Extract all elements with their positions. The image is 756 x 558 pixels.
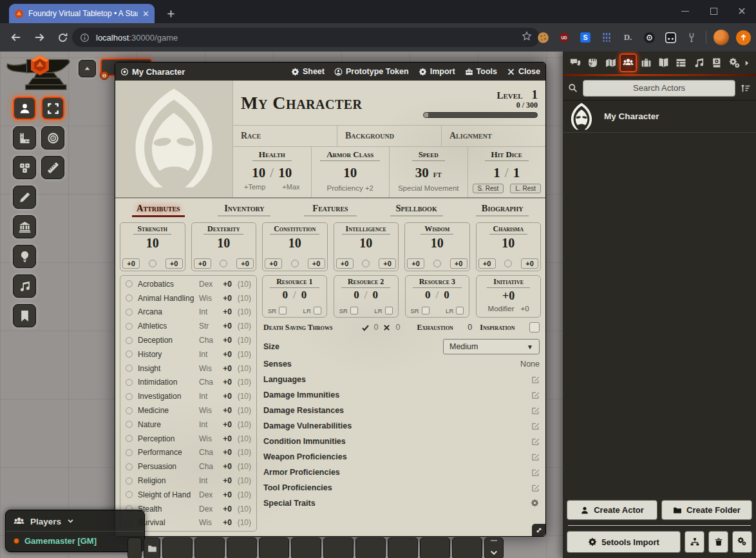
settings-button[interactable] <box>732 531 752 553</box>
new-tab-button[interactable] <box>162 5 179 22</box>
edit-icon[interactable] <box>531 484 540 492</box>
skill-prof-radio[interactable] <box>126 379 133 386</box>
tab-attributes[interactable]: Attributes <box>115 203 202 218</box>
edit-icon[interactable] <box>531 391 540 399</box>
field-alignment[interactable]: Alignment <box>441 126 545 146</box>
skill-acrobatics[interactable]: AcrobaticsDex+0(10) <box>120 277 256 291</box>
skill-insight[interactable]: InsightWis+0(10) <box>120 361 256 376</box>
tab-spellbook[interactable]: Spellbook <box>373 203 460 218</box>
skill-investigation[interactable]: InvestigationInt+0(10) <box>120 389 256 403</box>
browser-update-icon[interactable] <box>736 30 751 45</box>
proficiency-radio[interactable] <box>433 260 441 267</box>
close-button[interactable]: Close <box>507 67 540 76</box>
skill-prof-radio[interactable] <box>126 477 133 485</box>
resource-1[interactable]: Resource 10/0SRLR <box>262 275 327 318</box>
lr-checkbox[interactable] <box>456 307 464 314</box>
proficiency-radio[interactable] <box>362 260 370 267</box>
sidebar-tab-playlists[interactable] <box>690 53 708 72</box>
scene-control-sounds[interactable] <box>13 274 36 298</box>
sidebar-tab-journal[interactable] <box>655 53 672 72</box>
resource-max[interactable]: 0 <box>372 289 378 302</box>
window-header[interactable]: My Character SheetPrototype TokenImportT… <box>115 63 545 81</box>
ability-score[interactable]: 10 <box>502 236 515 251</box>
ability-mod[interactable]: +0 <box>165 258 183 269</box>
resource-max[interactable]: 0 <box>444 289 449 302</box>
sidebar-tab-compendium[interactable] <box>708 53 725 72</box>
macro-slot-5[interactable] <box>291 537 321 558</box>
url-bar[interactable]: localhost:30000/game <box>72 28 540 47</box>
macro-slot-7[interactable] <box>355 537 386 558</box>
skill-medicine[interactable]: MedicineWis+0(10) <box>120 403 256 418</box>
prototype-token-button[interactable]: Prototype Token <box>334 67 409 76</box>
character-portrait[interactable] <box>115 81 233 197</box>
ability-score[interactable]: 10 <box>431 236 444 251</box>
hotbar-page-control[interactable] <box>484 537 504 558</box>
skill-intimidation[interactable]: IntimidationCha+0(10) <box>120 376 256 390</box>
ability-charisma[interactable]: Charisma10+0+0 <box>476 222 542 271</box>
ability-score[interactable]: 10 <box>359 236 372 251</box>
lr-checkbox[interactable] <box>385 307 393 314</box>
skill-history[interactable]: HistoryInt+0(10) <box>120 347 256 361</box>
edit-icon[interactable] <box>531 438 540 446</box>
death-failure-icon[interactable] <box>383 323 391 332</box>
sr-checkbox[interactable] <box>350 307 358 314</box>
initiative-box[interactable]: Initiative+0Modifier+0 <box>476 275 541 318</box>
skill-animal-handling[interactable]: Animal HandlingWis+0(10) <box>120 291 256 305</box>
saving-throw-mod[interactable]: +0 <box>407 258 424 269</box>
ability-strength[interactable]: Strength10+0+0 <box>120 222 185 271</box>
short-rest-button[interactable]: S. Rest <box>473 184 504 193</box>
character-sheet-window[interactable]: My Character SheetPrototype TokenImportT… <box>115 62 546 537</box>
field-race[interactable]: Race <box>233 126 337 146</box>
skill-prof-radio[interactable] <box>126 337 133 344</box>
inspiration-checkbox[interactable] <box>529 322 540 332</box>
scene-control-tiles[interactable] <box>13 156 36 179</box>
saving-throw-mod[interactable]: +0 <box>336 258 354 269</box>
players-header[interactable]: Players <box>6 514 144 532</box>
skill-persuasion[interactable]: PersuasionCha+0(10) <box>120 459 256 474</box>
edit-icon[interactable] <box>531 468 540 477</box>
macro-slot-2[interactable] <box>194 537 225 558</box>
saving-throw-mod[interactable]: +0 <box>478 258 496 269</box>
macro-slot-6[interactable] <box>323 537 354 558</box>
sidebar-tab-items[interactable] <box>638 53 655 72</box>
maximize-icon[interactable] <box>699 0 728 22</box>
macro-slot-9[interactable] <box>420 537 450 558</box>
skill-prof-radio[interactable] <box>126 351 133 358</box>
extension-darkbox-icon[interactable] <box>663 30 677 44</box>
edit-icon[interactable] <box>531 376 540 384</box>
scene-tool-target[interactable] <box>41 126 64 149</box>
saving-throw-mod[interactable]: +0 <box>265 258 282 269</box>
proficiency-radio[interactable] <box>149 260 156 267</box>
folder-tree-button[interactable] <box>685 531 704 553</box>
ability-mod[interactable]: +0 <box>450 258 468 269</box>
long-rest-button[interactable]: L. Rest <box>510 184 541 193</box>
ability-mod[interactable]: +0 <box>521 258 538 269</box>
character-name[interactable]: My Character <box>241 93 363 113</box>
skill-prof-radio[interactable] <box>126 323 133 330</box>
macro-slot-1[interactable] <box>162 537 193 558</box>
skill-prof-radio[interactable] <box>126 294 133 302</box>
resource-2[interactable]: Resource 20/0SRLR <box>334 275 399 318</box>
ability-mod[interactable]: +0 <box>379 258 396 269</box>
extension-grid-icon[interactable] <box>600 30 614 44</box>
scene-control-notes[interactable] <box>13 304 36 327</box>
skill-prof-radio[interactable] <box>126 449 133 456</box>
create-actor-button[interactable]: Create Actor <box>567 500 657 520</box>
extension-dlabel-icon[interactable]: D. <box>621 30 635 44</box>
browser-tab[interactable]: Foundry Virtual Tabletop • A Stan ✕ <box>9 4 155 23</box>
armor-class-stat[interactable]: Armor Class 10 Proficiency +2 <box>311 147 390 197</box>
tab-close-icon[interactable]: ✕ <box>142 9 149 19</box>
ability-constitution[interactable]: Constitution10+0+0 <box>262 222 328 271</box>
scene-tool-ruler[interactable] <box>41 156 64 179</box>
sidebar-tab-actors[interactable] <box>619 53 637 72</box>
skill-perception[interactable]: PerceptionWis+0(10) <box>120 432 256 446</box>
hp-current[interactable]: 10 <box>252 165 265 181</box>
death-success-count[interactable]: 0 <box>374 323 379 332</box>
resource-value[interactable]: 0 <box>283 289 288 302</box>
tools-button[interactable]: Tools <box>465 67 497 76</box>
sr-checkbox[interactable] <box>279 307 287 314</box>
death-failure-count[interactable]: 0 <box>395 323 400 332</box>
ability-mod[interactable]: +0 <box>308 258 325 269</box>
hit-dice-stat[interactable]: Hit Dice 1/1 S. Rest L. Rest <box>468 147 546 197</box>
skill-nature[interactable]: NatureInt+0(10) <box>120 418 256 432</box>
